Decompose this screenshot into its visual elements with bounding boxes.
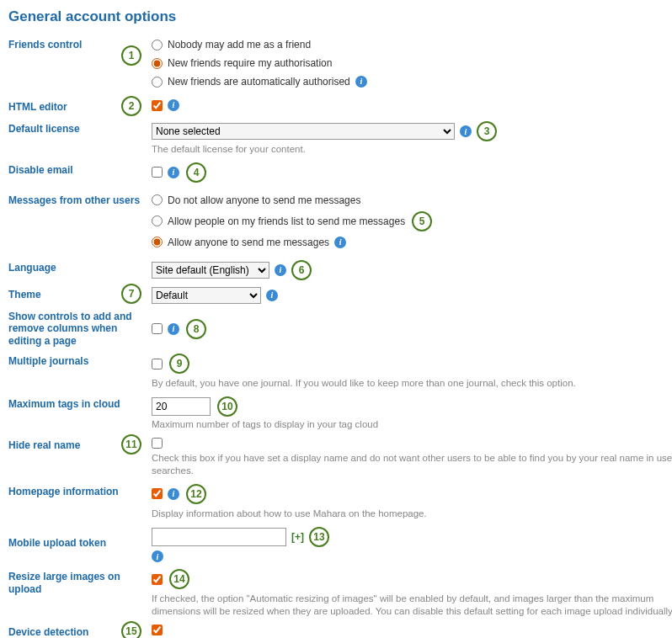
label-show-cols: Show controls to add and remove columns … [8, 311, 152, 347]
select-default-license[interactable]: None selected [152, 123, 455, 140]
row-homepage-info: Homepage information i12 Display informa… [8, 484, 672, 520]
label-default-license: Default license [8, 121, 152, 135]
label-disable-email: Disable email [8, 162, 152, 176]
row-friends-control: Friends control 1 Nobody may add me as a… [8, 37, 672, 93]
callout-7: 7 [121, 284, 141, 304]
radio-label-msgs-friends: Allow people on my friends list to send … [168, 214, 405, 229]
checkbox-resize-images[interactable] [152, 574, 163, 585]
radio-friends-none[interactable] [152, 40, 163, 51]
radio-msgs-none[interactable] [152, 194, 163, 205]
desc-multi-journal: By default, you have one journal. If you… [152, 377, 672, 390]
label-multi-journal: Multiple journals [8, 354, 152, 367]
radio-friends-auth[interactable] [152, 58, 163, 69]
input-max-tags[interactable] [152, 397, 211, 416]
row-hide-real-name: Hide real name 11 Check this box if you … [8, 438, 672, 477]
label-mobile-token: Mobile upload token [8, 527, 152, 549]
radio-friends-auto[interactable] [152, 77, 163, 88]
checkbox-homepage-info[interactable] [152, 488, 163, 499]
row-language: Language Site default (English) i 6 [8, 260, 672, 280]
select-theme[interactable]: Default [152, 287, 261, 304]
checkbox-hide-real-name[interactable] [152, 438, 163, 449]
label-language: Language [8, 260, 152, 274]
checkbox-show-cols[interactable] [152, 323, 163, 334]
callout-9: 9 [169, 354, 189, 374]
input-mobile-token[interactable] [152, 528, 286, 546]
callout-4: 4 [186, 162, 206, 183]
row-device-detection: Device detection 15 Enable mobile device… [8, 625, 672, 638]
callout-11: 11 [121, 434, 141, 455]
callout-1: 1 [121, 45, 141, 66]
checkbox-device-detection[interactable] [152, 625, 163, 635]
label-messages: Messages from other users [8, 193, 152, 206]
info-icon[interactable]: i [275, 264, 286, 276]
label-resize-images: Resize large images on upload [8, 569, 152, 595]
row-resize-images: Resize large images on upload 14 If chec… [8, 569, 672, 618]
radio-label-msgs-none: Do not allow anyone to send me messages [168, 193, 360, 208]
callout-12: 12 [186, 484, 206, 504]
radio-msgs-friends[interactable] [152, 215, 163, 226]
callout-2: 2 [121, 96, 141, 116]
info-icon[interactable]: i [152, 550, 163, 562]
callout-15: 15 [121, 621, 141, 638]
info-icon[interactable]: i [266, 290, 278, 301]
radio-label-friends-none: Nobody may add me as a friend [168, 37, 311, 52]
info-icon[interactable]: i [168, 167, 179, 178]
desc-hide-real-name: Check this box if you have set a display… [152, 452, 672, 477]
desc-max-tags: Maximum number of tags to display in you… [152, 418, 672, 431]
info-icon[interactable]: i [168, 99, 179, 111]
label-homepage-info: Homepage information [8, 484, 152, 497]
page-title: General account options [8, 8, 672, 25]
row-multi-journal: Multiple journals 9 By default, you have… [8, 354, 672, 390]
callout-5: 5 [412, 211, 432, 231]
radio-label-friends-auth: New friends require my authorisation [168, 56, 332, 71]
info-icon[interactable]: i [168, 323, 179, 335]
checkbox-multi-journal[interactable] [152, 359, 163, 370]
desc-homepage-info: Display information about how to use Mah… [152, 508, 672, 520]
callout-3: 3 [477, 121, 497, 141]
radio-label-friends-auto: New friends are automatically authorised [168, 74, 350, 89]
checkbox-disable-email[interactable] [152, 167, 163, 178]
info-icon[interactable]: i [355, 76, 367, 88]
info-icon[interactable]: i [168, 488, 179, 500]
row-show-cols: Show controls to add and remove columns … [8, 311, 672, 347]
row-default-license: Default license None selected i 3 The de… [8, 121, 672, 156]
row-theme: Theme 7 Default i [8, 287, 672, 304]
row-disable-email: Disable email i4 [8, 162, 672, 186]
row-max-tags: Maximum tags in cloud 10 Maximum number … [8, 396, 672, 431]
callout-6: 6 [291, 260, 312, 280]
info-icon[interactable]: i [460, 125, 472, 137]
row-mobile-token: Mobile upload token [+] 13 i [8, 527, 672, 563]
callout-8: 8 [186, 319, 206, 339]
checkbox-html-editor[interactable] [152, 100, 163, 111]
add-token-button[interactable]: [+] [291, 531, 304, 543]
callout-14: 14 [169, 569, 189, 589]
select-language[interactable]: Site default (English) [152, 262, 269, 279]
row-html-editor: HTML editor 2 i [8, 99, 672, 114]
callout-10: 10 [217, 396, 237, 417]
radio-label-msgs-all: Allow anyone to send me messages [168, 235, 329, 250]
row-messages: Messages from other users Do not allow a… [8, 193, 672, 253]
label-max-tags: Maximum tags in cloud [8, 396, 152, 410]
radio-msgs-all[interactable] [152, 237, 163, 247]
desc-default-license: The default license for your content. [152, 143, 672, 156]
info-icon[interactable]: i [334, 237, 346, 248]
desc-resize-images: If checked, the option "Automatic resizi… [152, 593, 672, 618]
callout-13: 13 [309, 527, 329, 547]
